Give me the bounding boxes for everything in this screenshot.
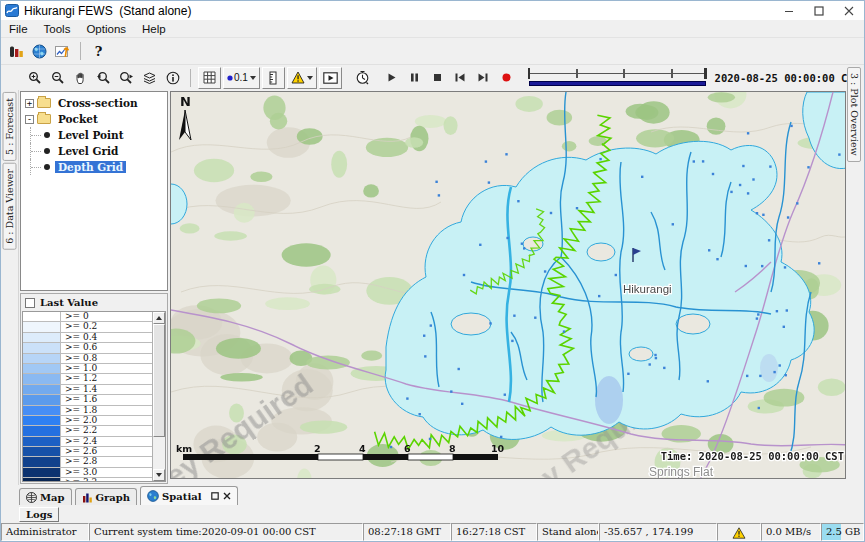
status-system-time: Current system time:2020-09-01 00:00 CST (89, 523, 363, 541)
tab-map-label: Map (40, 492, 65, 503)
close-panel-icon[interactable] (223, 492, 231, 500)
timeseries-chart-icon[interactable] (51, 40, 74, 62)
timeline-start-handle[interactable] (528, 68, 531, 79)
tab-forecast[interactable]: 5 : Forecast (3, 92, 17, 161)
timeline-end-handle[interactable] (704, 68, 707, 79)
info-icon[interactable] (161, 67, 184, 89)
tab-map[interactable]: Map (19, 488, 72, 505)
bullet-icon (44, 148, 50, 154)
logs-button[interactable]: Logs (19, 507, 59, 522)
thresholds-warning-dropdown[interactable] (287, 67, 317, 89)
legend-color-swatch (23, 437, 61, 446)
legend-row-label: >= 1.2 (61, 374, 97, 383)
tree-node-label: Level Grid (55, 145, 121, 157)
timeline-range-bar[interactable] (529, 81, 706, 86)
threshold-dropdown[interactable]: 0.1 (223, 67, 260, 89)
legend-color-swatch (23, 447, 61, 456)
status-local-time: 16:27:18 CST (451, 523, 537, 541)
minimize-button[interactable] (774, 1, 804, 20)
animation-display-button[interactable] (319, 67, 342, 89)
scale-tick: 2 (314, 443, 321, 454)
scale-ruler-button[interactable] (262, 67, 285, 89)
tab-data-viewer[interactable]: 6 : Data Viewer (3, 163, 17, 250)
pan-hand-icon[interactable] (69, 67, 92, 89)
zoom-previous-icon[interactable] (92, 67, 115, 89)
legend-color-swatch (23, 457, 61, 466)
map-canvas[interactable]: API Key Required API Key Required (170, 91, 846, 479)
legend-row: >= 0.6 (23, 343, 152, 353)
play-button[interactable] (380, 67, 403, 89)
legend-color-swatch (23, 478, 61, 481)
stop-button[interactable] (426, 67, 449, 89)
menu-options[interactable]: Options (78, 21, 134, 37)
close-button[interactable] (834, 1, 864, 20)
warning-triangle-icon (291, 71, 305, 84)
scroll-track[interactable] (153, 324, 165, 469)
scroll-up-icon[interactable] (153, 312, 165, 324)
pause-button[interactable] (403, 67, 426, 89)
time-step-clock-icon[interactable] (351, 67, 374, 89)
timeline-slider[interactable] (528, 68, 707, 88)
layer-tree: + Cross-section - Pocket Level Point (20, 91, 168, 291)
tree-node-cross-section[interactable]: + Cross-section (21, 95, 167, 111)
menu-file[interactable]: File (1, 21, 36, 37)
skip-to-start-button[interactable] (449, 67, 472, 89)
legend-color-swatch (23, 354, 61, 363)
tab-spatial[interactable]: Spatial (140, 486, 237, 505)
map-toolbar: 0.1 (1, 64, 864, 90)
tree-connector (30, 127, 44, 143)
tree-node-depth-grid[interactable]: Depth Grid (21, 159, 167, 175)
legend-row-label: >= 1.0 (61, 364, 97, 373)
layers-icon[interactable] (138, 67, 161, 89)
legend-row-label: >= 0 (61, 312, 89, 321)
map-globe-icon[interactable] (28, 40, 51, 62)
tree-node-level-point[interactable]: Level Point (21, 127, 167, 143)
expand-icon[interactable]: + (25, 99, 34, 108)
titlebar: Hikurangi FEWS (Stand alone) (1, 1, 864, 20)
scroll-down-icon[interactable] (153, 469, 165, 481)
menu-tools[interactable]: Tools (36, 21, 79, 37)
legend-row: >= 3.2 (23, 478, 152, 481)
collapse-icon[interactable]: - (25, 115, 34, 124)
legend-row-label: >= 2.0 (61, 416, 97, 425)
main-toolbar: ? (1, 38, 864, 64)
record-button[interactable] (495, 67, 518, 89)
map-time-label: Time: 2020-08-25 00:00:00 CST (661, 450, 844, 462)
bar-chart-icon (82, 492, 93, 503)
menubar: File Tools Options Help (1, 20, 864, 38)
tree-node-pocket[interactable]: - Pocket (21, 111, 167, 127)
status-warning-cell[interactable] (717, 523, 761, 541)
display-tabs: Map Graph Spatial (1, 485, 864, 505)
zoom-next-icon[interactable] (115, 67, 138, 89)
tab-graph-label: Graph (96, 492, 131, 503)
status-net-speed: 0.0 MB/s (761, 523, 821, 541)
help-icon[interactable]: ? (87, 40, 110, 62)
bullet-icon (44, 164, 50, 170)
legend-row-label: >= 2.4 (61, 437, 97, 446)
tab-graph[interactable]: Graph (75, 488, 138, 505)
skip-to-end-button[interactable] (472, 67, 495, 89)
toolbar-separator (80, 42, 81, 60)
tree-node-level-grid[interactable]: Level Grid (21, 143, 167, 159)
scroll-thumb[interactable] (153, 324, 165, 437)
database-display-icon[interactable] (5, 40, 28, 62)
last-value-checkbox[interactable] (25, 298, 35, 308)
legend-row-label: >= 0.6 (61, 343, 97, 352)
legend-scrollbar[interactable] (152, 312, 165, 481)
maximize-button[interactable] (804, 1, 834, 20)
tree-node-label: Depth Grid (55, 161, 126, 173)
maximize-panel-icon[interactable] (211, 492, 219, 500)
menu-help[interactable]: Help (134, 21, 174, 37)
app-window: Hikurangi FEWS (Stand alone) File Tools … (0, 0, 865, 542)
zoom-out-icon[interactable] (46, 67, 69, 89)
zoom-in-icon[interactable] (23, 67, 46, 89)
grid-display-button[interactable] (198, 67, 221, 89)
legend-row-label: >= 1.8 (61, 406, 97, 415)
bullet-icon (44, 132, 50, 138)
globe-icon (147, 490, 159, 502)
folder-icon (37, 114, 51, 124)
timeline-ruler (530, 73, 705, 75)
last-value-label: Last Value (40, 297, 98, 308)
tab-plot-overview[interactable]: 3 : Plot Overview (847, 67, 861, 162)
legend-panel: Last Value >= 0>= 0.2>= 0.4>= 0.6>= 0.8>… (20, 293, 168, 484)
